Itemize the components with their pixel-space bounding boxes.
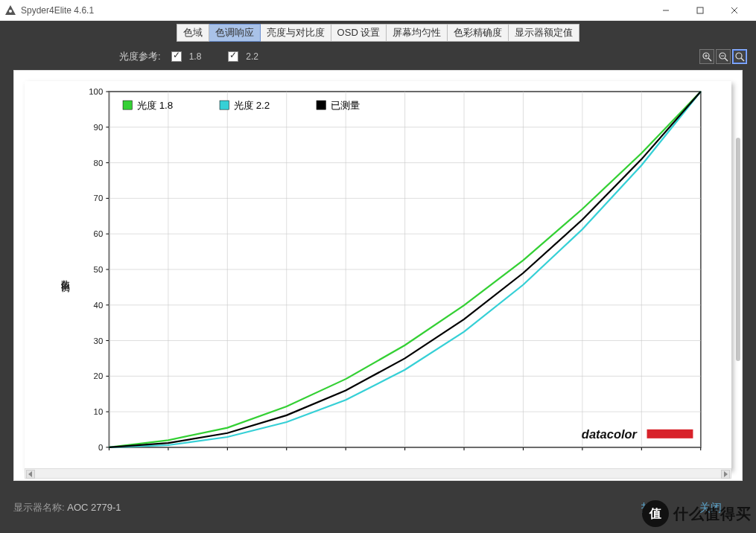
window-title: Spyder4Elite 4.6.1 xyxy=(21,5,649,16)
chart-canvas: 数值比例 0102030405060708090100光度 1.8光度 2.2已… xyxy=(25,81,731,470)
gamma-2-2-label: 2.2 xyxy=(246,51,258,62)
svg-line-6 xyxy=(708,58,711,61)
chart-panel: 数值比例 0102030405060708090100光度 1.8光度 2.2已… xyxy=(13,70,743,481)
gamma-1-8-checkbox[interactable] xyxy=(171,51,182,62)
gamma-2-2-checkbox[interactable] xyxy=(228,51,238,62)
display-name-row: 显示器名称: AOC 2779-1 xyxy=(13,501,121,514)
vertical-scrollbar[interactable] xyxy=(736,138,740,361)
watermark-text: 什么值得买 xyxy=(673,504,752,524)
watermark: 值 什么值得买 xyxy=(642,500,752,527)
svg-text:90: 90 xyxy=(94,123,104,132)
gamma-reference-label: 光度参考: xyxy=(119,50,161,63)
zoom-reset-icon[interactable] xyxy=(732,49,747,64)
svg-line-10 xyxy=(725,58,728,61)
svg-rect-74 xyxy=(317,100,325,109)
svg-text:70: 70 xyxy=(94,194,104,203)
svg-text:50: 50 xyxy=(94,265,104,274)
svg-rect-70 xyxy=(123,100,132,109)
zoom-in-icon[interactable] xyxy=(699,49,714,64)
svg-rect-2 xyxy=(697,7,703,13)
tab-2[interactable]: 亮度与对比度 xyxy=(261,24,331,42)
svg-text:20: 20 xyxy=(94,371,104,380)
tone-response-chart: 0102030405060708090100光度 1.8光度 2.2已测量dat… xyxy=(25,81,731,470)
display-name-label: 显示器名称: xyxy=(13,502,67,513)
tab-4[interactable]: 屏幕均匀性 xyxy=(387,24,448,42)
svg-text:80: 80 xyxy=(94,159,104,167)
scroll-left-icon[interactable] xyxy=(26,470,35,479)
app-icon xyxy=(4,4,16,16)
gamma-1-8-label: 1.8 xyxy=(189,51,202,62)
svg-point-12 xyxy=(736,53,742,59)
tab-3[interactable]: OSD 设置 xyxy=(331,24,387,42)
svg-line-13 xyxy=(741,58,744,61)
svg-rect-72 xyxy=(220,100,229,109)
tab-row: 色域色调响应亮度与对比度OSD 设置屏幕均匀性色彩精确度显示器额定值 xyxy=(0,21,756,42)
svg-text:30: 30 xyxy=(94,336,104,345)
display-name-value: AOC 2779-1 xyxy=(67,502,121,513)
tab-0[interactable]: 色域 xyxy=(177,24,209,42)
svg-text:光度 1.8: 光度 1.8 xyxy=(137,100,174,111)
options-row: 光度参考: 1.8 2.2 xyxy=(0,42,756,68)
tab-6[interactable]: 显示器额定值 xyxy=(509,24,579,42)
horizontal-scrollbar[interactable] xyxy=(25,468,731,479)
svg-text:datacolor: datacolor xyxy=(582,427,638,441)
tab-1[interactable]: 色调响应 xyxy=(209,24,261,42)
svg-point-0 xyxy=(9,10,12,13)
scroll-right-icon[interactable] xyxy=(721,470,730,479)
close-window-button[interactable] xyxy=(717,0,752,21)
minimize-button[interactable] xyxy=(649,0,683,21)
svg-text:0: 0 xyxy=(98,443,103,452)
zoom-out-icon[interactable] xyxy=(716,49,731,64)
bottom-bar: 显示器名称: AOC 2779-1 打印 关闭 xyxy=(13,493,743,523)
svg-text:100: 100 xyxy=(89,87,103,96)
svg-text:已测量: 已测量 xyxy=(331,100,360,111)
svg-rect-77 xyxy=(647,430,693,438)
svg-text:光度 2.2: 光度 2.2 xyxy=(234,100,270,111)
watermark-badge: 值 xyxy=(642,500,669,527)
app-frame: 色域色调响应亮度与对比度OSD 设置屏幕均匀性色彩精确度显示器额定值 光度参考:… xyxy=(0,21,756,533)
zoom-tools xyxy=(699,49,747,64)
svg-text:10: 10 xyxy=(94,407,104,416)
window-controls xyxy=(649,0,752,21)
svg-text:40: 40 xyxy=(94,301,104,310)
svg-text:60: 60 xyxy=(94,229,104,238)
tab-5[interactable]: 色彩精确度 xyxy=(448,24,509,42)
maximize-button[interactable] xyxy=(683,0,717,21)
titlebar: Spyder4Elite 4.6.1 xyxy=(0,0,756,21)
